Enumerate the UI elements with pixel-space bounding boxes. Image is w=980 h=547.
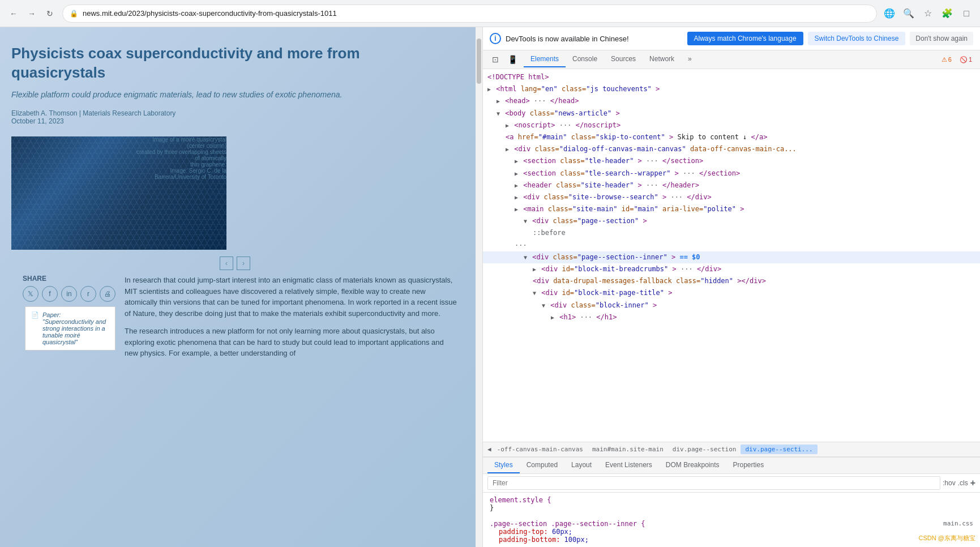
breadcrumb-item-canvas[interactable]: -off-canvas-main-canvas — [493, 445, 588, 454]
twitter-share-icon[interactable]: 𝕏 — [23, 286, 38, 302]
tree-line-html[interactable]: ▶ <html lang="en" class="js touchevents"… — [483, 83, 980, 95]
scroll-thumb[interactable] — [477, 39, 481, 84]
print-share-icon[interactable]: 🖨 — [100, 286, 115, 302]
css-filter-input[interactable] — [487, 476, 940, 490]
tree-line-tle-header[interactable]: ▶ <section class="tle-header" > ··· </se… — [483, 155, 980, 167]
tab-network[interactable]: Network — [643, 52, 681, 67]
zoom-icon[interactable]: 🔍 — [901, 6, 917, 22]
refresh-button[interactable]: ↻ — [42, 6, 58, 22]
linkedin-share-icon[interactable]: in — [61, 286, 77, 302]
back-button[interactable]: ← — [6, 6, 22, 22]
tree-line-site-browse-search[interactable]: ▶ <div class="site--browse--search" > ··… — [483, 191, 980, 203]
breadcrumb-bar: ◀ -off-canvas-main-canvas main#main.site… — [483, 442, 980, 457]
tree-line-tle-search[interactable]: ▶ <section class="tle-search--wrapper" >… — [483, 168, 980, 180]
extensions-icon[interactable]: 🧩 — [939, 6, 955, 22]
tab-computed[interactable]: Computed — [520, 458, 564, 473]
devtools-tabs: Elements Console Sources Network » — [524, 52, 699, 67]
article-author: Elizabeth A. Thomson | Materials Researc… — [11, 109, 176, 117]
tab-more[interactable]: » — [681, 52, 699, 67]
share-icons: 𝕏 f in r 🖨 — [23, 286, 115, 302]
device-mode-tool[interactable]: 📱 — [504, 52, 520, 67]
forward-button[interactable]: → — [24, 6, 40, 22]
filter-hov-button[interactable]: :hov — [943, 479, 956, 487]
article-body-para1: In research that could jump-start intere… — [125, 275, 459, 319]
breadcrumb-item-page-section[interactable]: div.page--section — [668, 445, 741, 454]
translate-icon[interactable]: 🌐 — [881, 6, 897, 22]
tab-dom-breakpoints[interactable]: DOM Breakpoints — [659, 458, 726, 473]
toolbar-icons: 🌐 🔍 ☆ 🧩 □ — [881, 6, 974, 22]
warning-icon: ⚠ — [942, 56, 947, 63]
always-match-button[interactable]: Always match Chrome's language — [687, 32, 803, 45]
next-slide-button[interactable]: › — [237, 257, 250, 270]
article-subtitle: Flexible platform could produce enigmati… — [11, 89, 351, 101]
breadcrumb-item-page-section-inner[interactable]: div.page--secti... — [741, 445, 817, 454]
article-pane: ▾ PRESS INQUIRIES Physicists coax superc… — [0, 27, 476, 547]
article-body-para2: The research introduces a new platform f… — [125, 326, 459, 359]
html-tree[interactable]: <!DOCTYPE html> ▶ <html lang="en" class=… — [483, 69, 980, 442]
error-icon: 🚫 — [960, 56, 968, 63]
tree-line-noscript[interactable]: ▶ <noscript> ··· </noscript> — [483, 119, 980, 131]
error-badge: 🚫 1 — [956, 55, 975, 65]
inspect-element-tool[interactable]: ⊡ — [487, 52, 503, 67]
watermark: CSDN @东离与糖宝 — [919, 534, 975, 542]
scrollbar[interactable] — [476, 27, 482, 547]
css-rule-element-style: element.style { } — [490, 496, 973, 512]
prev-slide-button[interactable]: ‹ — [220, 257, 233, 270]
tree-line-site-header[interactable]: ▶ <header class="site-header" > ··· </he… — [483, 180, 980, 191]
tab-styles[interactable]: Styles — [487, 458, 520, 473]
tree-line-main[interactable]: ▶ <main class="site-main" id="main" aria… — [483, 203, 980, 215]
info-icon: i — [490, 33, 501, 44]
tree-line-page-title-block[interactable]: ▼ <div id="block-mit-page-title" > — [483, 287, 980, 299]
paper-doc-icon: 📄 — [31, 311, 39, 319]
address-bar[interactable]: 🔒 news.mit.edu/2023/physicists-coax-supe… — [62, 5, 877, 23]
article-title: Physicists coax superconductivity and mo… — [11, 44, 408, 83]
main-area: ▾ PRESS INQUIRIES Physicists coax superc… — [0, 27, 980, 547]
bookmark-icon[interactable]: ☆ — [920, 6, 936, 22]
filter-cls-button[interactable]: .cls — [958, 479, 968, 487]
tree-line-before[interactable]: ::before — [483, 227, 980, 239]
article-meta: Elizabeth A. Thomson | Materials Researc… — [11, 109, 459, 125]
error-count: 1 — [969, 56, 972, 63]
tree-line-h1[interactable]: ▶ <h1> ··· </h1> — [483, 311, 980, 323]
security-icon: 🔒 — [70, 10, 78, 18]
tree-line-block-inner[interactable]: ▼ <div class="block-inner" > — [483, 300, 980, 311]
nav-buttons: ← → ↻ — [6, 6, 58, 22]
tab-event-listeners[interactable]: Event Listeners — [598, 458, 659, 473]
article-date: October 11, 2023 — [11, 117, 64, 125]
tree-line-ellipsis[interactable]: ··· — [483, 240, 980, 251]
filter-bar: :hov .cls + — [483, 474, 980, 493]
image-caption: Image of a moiré quasicrystal (center co… — [136, 136, 226, 180]
facebook-share-icon[interactable]: f — [42, 286, 58, 302]
tab-sources[interactable]: Sources — [604, 52, 643, 67]
filter-add-button[interactable]: + — [970, 478, 975, 488]
tree-line-head[interactable]: ▶ <head> ··· </head> — [483, 95, 980, 107]
tree-line-body[interactable]: ▼ <body class="news-article" > — [483, 108, 980, 119]
bottom-panel: Styles Computed Layout Event Listeners D… — [483, 457, 980, 547]
tree-line-dialog-canvas[interactable]: ▶ <div class="dialog-off-canvas-main-can… — [483, 143, 980, 155]
devtools-panel: i DevTools is now available in Chinese! … — [482, 27, 980, 547]
tree-line-breadcrumbs[interactable]: ▶ <div id="block-mit-breadcrumbs" > ··· … — [483, 263, 980, 275]
browser-toolbar: ← → ↻ 🔒 news.mit.edu/2023/physicists-coa… — [0, 0, 980, 27]
devtools-notification: i DevTools is now available in Chinese! … — [483, 27, 980, 50]
switch-devtools-button[interactable]: Switch DevTools to Chinese — [808, 32, 906, 45]
profile-icon[interactable]: □ — [958, 6, 974, 22]
tree-line-doctype[interactable]: <!DOCTYPE html> — [483, 71, 980, 83]
warning-badge: ⚠ 6 — [938, 55, 955, 65]
breadcrumb-item-main[interactable]: main#main.site-main — [588, 445, 668, 454]
tab-elements[interactable]: Elements — [524, 52, 566, 67]
tab-properties[interactable]: Properties — [726, 458, 771, 473]
tab-console[interactable]: Console — [566, 52, 604, 67]
reddit-share-icon[interactable]: r — [80, 286, 96, 302]
tab-layout[interactable]: Layout — [564, 458, 598, 473]
paper-link[interactable]: 📄 Paper: "Superconductivity and strong i… — [25, 306, 115, 351]
dismiss-notification-button[interactable]: Don't show again — [910, 32, 973, 45]
tree-line-messages-fallback[interactable]: <div data-drupal-messages-fallback class… — [483, 275, 980, 287]
css-rule-page-section-inner: .page--section .page--section--inner { m… — [490, 520, 973, 544]
css-content: element.style { } .page--section .page--… — [483, 493, 980, 547]
share-section: SHARE 𝕏 f in r 🖨 📄 Paper: "Superconducti — [23, 275, 115, 359]
article-content: ▾ PRESS INQUIRIES Physicists coax superc… — [11, 44, 459, 359]
tree-line-skip-link[interactable]: <a href="#main" class="skip-to-content" … — [483, 131, 980, 143]
notification-text: DevTools is now available in Chinese! — [506, 35, 683, 43]
tree-line-page-section[interactable]: ▼ <div class="page--section" > — [483, 215, 980, 227]
tree-line-page-section-inner[interactable]: ▼ <div class="page--section--inner" > ==… — [483, 251, 980, 263]
